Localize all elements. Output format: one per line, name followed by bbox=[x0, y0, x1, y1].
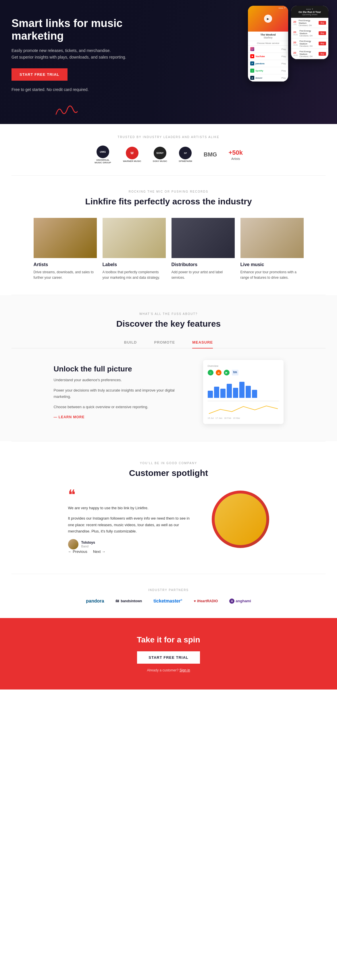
artists-card: Artists Drive streams, downloads, and sa… bbox=[34, 218, 97, 280]
labels-card: Labels A toolbox that perfectly compleme… bbox=[102, 218, 166, 280]
industry-title: Linkfire fits perfectly across the indus… bbox=[11, 197, 326, 207]
tab-measure[interactable]: MEASURE bbox=[192, 340, 213, 348]
buy-ticket-button-3[interactable]: Buy bbox=[319, 41, 326, 45]
analytics-service-icons: ♫ ☁ ▶ tm bbox=[208, 370, 279, 375]
ticketmaster-partner-logo: ticketmaster® bbox=[153, 598, 182, 604]
apple-analytics-icon: ▶ bbox=[224, 370, 230, 375]
partners-label: INDUSTRY PARTNERS bbox=[11, 589, 326, 592]
author-role: Band bbox=[81, 544, 95, 548]
next-button[interactable]: Next bbox=[93, 549, 105, 554]
hero-phones: ▶ ●●●● ▼ The Weeknd Starboy Choose Music… bbox=[248, 6, 328, 81]
hero-title: Smart links for music marketing bbox=[11, 17, 126, 42]
trusted-logos-row: UMG UNIVERSAL MUSIC GROUP W WARNER MUSIC… bbox=[6, 146, 331, 164]
guitarist-image bbox=[34, 218, 97, 258]
analytics-overview-label: Overview bbox=[208, 364, 279, 368]
phone-track-info: The Weeknd Starboy bbox=[248, 32, 288, 41]
svg-rect-2 bbox=[118, 600, 118, 602]
hero-cta-button[interactable]: START FREE TRIAL bbox=[11, 68, 67, 81]
iheart-partner-logo: ♥iHeartRADIO bbox=[194, 599, 218, 603]
quote-author: Tolstoys Band bbox=[68, 539, 195, 549]
phone-album-art: ▶ ●●●● ▼ bbox=[248, 6, 288, 32]
buy-ticket-button-2[interactable]: Buy bbox=[319, 31, 326, 35]
hero-description: Easily promote new releases, tickets, an… bbox=[11, 47, 126, 60]
svg-rect-3 bbox=[118, 600, 119, 602]
features-title: Discover the key features bbox=[11, 319, 326, 329]
phone-service-label: Choose Music service bbox=[248, 41, 288, 46]
distributors-card-desc: Add power to your artist and label servi… bbox=[171, 270, 235, 280]
bar-2 bbox=[214, 387, 219, 398]
distributors-card-title: Distributors bbox=[171, 262, 235, 267]
labels-card-desc: A toolbox that perfectly complements you… bbox=[102, 270, 166, 280]
phone-tour-header: ●●●● ▼ On the Run II Tour Upcoming shows bbox=[291, 6, 328, 18]
cta-title: Take it for a spin bbox=[11, 635, 326, 644]
customer-photo-inner bbox=[215, 493, 266, 545]
laptop-image bbox=[102, 218, 166, 258]
features-tabs: BUILD PROMOTE MEASURE bbox=[11, 340, 326, 348]
svg-rect-0 bbox=[116, 600, 117, 602]
spotlight-inner: ❝ We are very happy to use the bio link … bbox=[68, 489, 269, 549]
deezer-item: ddeezer Play bbox=[248, 74, 288, 81]
hero-section: Smart links for music marketing Easily p… bbox=[0, 0, 337, 124]
phone-mockup-music: ▶ ●●●● ▼ The Weeknd Starboy Choose Music… bbox=[248, 6, 288, 81]
tab-promote[interactable]: PROMOTE bbox=[154, 340, 175, 348]
industry-eyebrow: ROCKING THE MIC OR PUSHING RECORDS bbox=[11, 190, 326, 193]
learn-more-link[interactable]: LEARN MORE bbox=[54, 415, 85, 419]
pandora-partner-logo: pandora bbox=[86, 598, 104, 604]
quote-paragraph-1: We are very happy to use the bio link by… bbox=[68, 505, 195, 511]
spotify-analytics-icon: ♫ bbox=[208, 370, 214, 375]
hero-content: Smart links for music marketing Easily p… bbox=[11, 17, 126, 93]
live-music-card: Live music Enhance your tour promotions … bbox=[240, 218, 303, 280]
prev-button[interactable]: Previous bbox=[68, 549, 87, 554]
artists-card-title: Artists bbox=[34, 262, 97, 267]
chart-divider bbox=[208, 401, 279, 401]
tour-item-1: 20 JUL First Energy Stadium Cleveland, O… bbox=[291, 18, 328, 28]
sign-in-link[interactable]: Sign in bbox=[180, 668, 190, 672]
tour-item-4: 20 AUG First Energy Stadium Cleveland, O… bbox=[291, 49, 328, 59]
cta-start-trial-button[interactable]: START FREE TRIAL bbox=[137, 651, 200, 663]
feature-para-3: Choose between a quick overview or exten… bbox=[54, 404, 186, 410]
bar-3 bbox=[220, 389, 225, 398]
spotlight-nav-buttons: Previous Next bbox=[68, 549, 269, 554]
bar-4 bbox=[227, 384, 232, 398]
bar-5 bbox=[233, 388, 238, 398]
analytics-line-chart bbox=[208, 404, 279, 415]
quote-mark-icon: ❝ bbox=[68, 489, 195, 500]
feature-text: Unlock the full picture Understand your … bbox=[54, 364, 186, 419]
brand-wave-icon bbox=[54, 103, 78, 118]
distributors-card: Distributors Add power to your artist an… bbox=[171, 218, 235, 280]
phone-mockup-tour: ●●●● ▼ On the Run II Tour Upcoming shows… bbox=[291, 6, 328, 59]
tab-build[interactable]: BUILD bbox=[124, 340, 137, 348]
youtube-item: ▶YouTube Play bbox=[248, 53, 288, 60]
play-button-icon: ▶ bbox=[264, 14, 272, 23]
soundcloud-analytics-icon: ☁ bbox=[216, 370, 222, 375]
cta-footer-section: Take it for a spin START FREE TRIAL Alre… bbox=[0, 618, 337, 689]
spotlight-title: Customer spotlight bbox=[11, 468, 326, 478]
feature-para-2: Power your decisions with truly accurate… bbox=[54, 387, 186, 400]
cta-sub-text: Already a customer? Sign in bbox=[11, 668, 326, 672]
author-avatar-image bbox=[68, 539, 78, 549]
pandora-item: Ppandora Play bbox=[248, 60, 288, 67]
buy-ticket-button-4[interactable]: Buy bbox=[319, 52, 326, 56]
buy-ticket-button-1[interactable]: Buy bbox=[319, 21, 326, 25]
analytics-bar-chart bbox=[208, 378, 279, 398]
labels-card-title: Labels bbox=[102, 262, 166, 267]
trusted-section: TRUSTED BY INDUSTRY LEADERS AND ARTISTS … bbox=[0, 124, 337, 175]
spotlight-section: YOU'LL BE IN GOOD COMPANY Customer spotl… bbox=[0, 441, 337, 574]
live-music-card-desc: Enhance your tour promotions with a rang… bbox=[240, 270, 303, 280]
industry-cards-row: Artists Drive streams, downloads, and sa… bbox=[11, 218, 326, 280]
partners-logos-row: pandora bandsintown ticketmaster® ♥iHear… bbox=[11, 598, 326, 604]
svg-rect-1 bbox=[117, 599, 117, 602]
bmg-logo: BMG bbox=[204, 148, 217, 161]
quote-paragraph-2: It provides our Instagram followers with… bbox=[68, 515, 195, 534]
hero-free-note: Free to get started. No credit card requ… bbox=[11, 86, 126, 93]
feature-para-1: Understand your audience's preferences. bbox=[54, 377, 186, 383]
anghami-partner-logo: a anghami bbox=[229, 598, 251, 604]
spotlight-eyebrow: YOU'LL BE IN GOOD COMPANY bbox=[11, 461, 326, 465]
tour-item-2: 20 AUG First Energy Stadium Cleveland, O… bbox=[291, 28, 328, 38]
bar-1 bbox=[208, 391, 213, 398]
universal-music-logo: UMG UNIVERSAL MUSIC GROUP bbox=[94, 146, 112, 164]
feature-title: Unlock the full picture bbox=[54, 364, 186, 374]
industry-section: ROCKING THE MIC OR PUSHING RECORDS Linkf… bbox=[0, 176, 337, 295]
author-name: Tolstoys bbox=[81, 541, 95, 544]
sony-music-logo: SONY SONY MUSIC bbox=[153, 147, 168, 162]
